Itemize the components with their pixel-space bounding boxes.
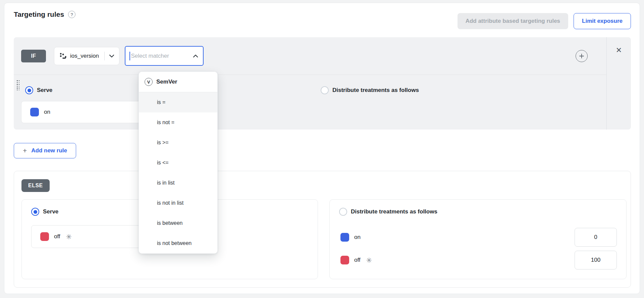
percentage-input-on[interactable]: [575, 228, 617, 247]
else-serve-option: Serve: [31, 208, 58, 216]
distribute-radio[interactable]: [339, 208, 347, 216]
menu-item-is-not-in-list[interactable]: is not in list: [139, 193, 217, 213]
plus-icon: +: [23, 147, 27, 155]
if-serve-option: Serve: [25, 86, 52, 94]
else-badge: ELSE: [21, 179, 50, 192]
page-header: Targeting rules ?: [14, 10, 75, 18]
serve-label: Serve: [43, 208, 58, 215]
distribute-radio[interactable]: [321, 86, 329, 94]
if-badge: IF: [21, 50, 46, 62]
default-treatment-icon: ✳: [66, 233, 72, 240]
limit-exposure-button[interactable]: Limit exposure: [574, 13, 631, 29]
targeting-rules-card: Targeting rules ? Add attribute based ta…: [4, 3, 640, 294]
treatment-name: on: [354, 234, 361, 241]
attribute-select[interactable]: ios_version: [54, 47, 119, 65]
menu-item-is-equal[interactable]: is =: [139, 92, 217, 112]
else-rule-container: ELSE Serve off ✳ Distribute treatments a…: [14, 171, 631, 288]
menu-item-is-gte[interactable]: is >=: [139, 133, 217, 153]
treatment-color-swatch: [340, 256, 349, 264]
treatment-name: on: [44, 109, 50, 115]
page-title: Targeting rules: [14, 10, 64, 18]
percentage-input-off[interactable]: [575, 251, 617, 269]
drag-handle[interactable]: [17, 80, 20, 91]
else-distribute-option: Distribute treatments as follows: [339, 208, 437, 216]
distribute-row-on: on: [340, 228, 617, 247]
treatment-color-swatch: [30, 108, 39, 116]
matcher-select-input[interactable]: Select matcher: [125, 46, 204, 66]
if-rule-condition-row: IF ios_version Selec: [14, 37, 606, 75]
menu-item-is-between[interactable]: is between: [139, 213, 217, 233]
menu-item-is-lte[interactable]: is <=: [139, 153, 217, 173]
serve-radio[interactable]: [31, 208, 39, 216]
if-rule-container: ✕ IF ios_version: [14, 37, 631, 130]
add-condition-icon[interactable]: [576, 50, 588, 62]
treatment-color-swatch: [40, 232, 49, 241]
serve-label: Serve: [37, 87, 52, 94]
attribute-type-icon: [60, 52, 67, 59]
chevron-down-icon[interactable]: [109, 54, 114, 58]
treatment-name: off: [54, 233, 60, 240]
serve-radio[interactable]: [25, 86, 33, 94]
text-caret: [129, 52, 130, 60]
distribute-label: Distribute treatments as follows: [351, 208, 437, 215]
treatment-color-swatch: [340, 233, 349, 242]
treatment-name: off: [354, 257, 361, 263]
semver-icon: V: [145, 78, 153, 86]
matcher-dropdown-menu: V SemVer is = is not = is >= is <= is in…: [139, 71, 218, 254]
menu-item-is-not-equal[interactable]: is not =: [139, 112, 217, 133]
matcher-placeholder: Select matcher: [131, 53, 169, 59]
else-distribute-card: Distribute treatments as follows on off …: [329, 199, 627, 279]
menu-item-is-in-list[interactable]: is in list: [139, 173, 217, 193]
attribute-select-divider: [104, 52, 105, 60]
delete-rule-icon[interactable]: ✕: [614, 46, 623, 55]
header-buttons: Add attribute based targeting rules Limi…: [458, 13, 631, 29]
default-treatment-icon: ✳: [366, 257, 372, 264]
chevron-up-icon[interactable]: [193, 54, 198, 58]
if-distribute-option: Distribute treatments as follows: [321, 86, 419, 94]
add-new-rule-button[interactable]: + Add new rule: [14, 143, 76, 158]
help-icon[interactable]: ?: [68, 11, 75, 18]
add-new-rule-label: Add new rule: [31, 147, 67, 154]
distribute-label: Distribute treatments as follows: [332, 87, 419, 94]
matcher-group-header: V SemVer: [139, 72, 217, 92]
attribute-name: ios_version: [70, 53, 99, 59]
targeting-rules-page: Targeting rules ? Add attribute based ta…: [0, 0, 644, 298]
rule-actions-column: ✕: [606, 37, 631, 130]
matcher-group-name: SemVer: [156, 79, 177, 85]
distribute-row-off: off ✳: [340, 251, 617, 269]
add-attribute-rules-button[interactable]: Add attribute based targeting rules: [458, 13, 568, 29]
menu-item-is-not-between[interactable]: is not between: [139, 233, 217, 253]
